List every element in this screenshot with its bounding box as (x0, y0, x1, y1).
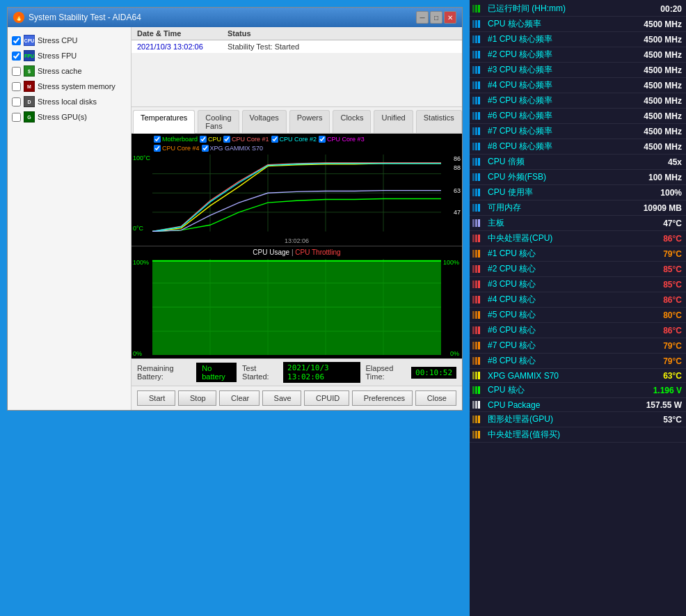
started-value: 2021/10/3 13:02:06 (283, 362, 360, 383)
checkbox-legend-cpu[interactable] (200, 136, 207, 143)
elapsed-value: 00:10:52 (411, 367, 456, 379)
battery-value: No battery (196, 363, 237, 382)
legend-core4[interactable]: CPU Core #4 (154, 145, 200, 152)
checkbox-legend-motherboard[interactable] (154, 136, 161, 143)
close-window-button[interactable]: ✕ (444, 11, 456, 24)
cpuid-button[interactable]: CPUID (304, 390, 349, 406)
window-body: CPU Stress CPU FPU Stress FPU $ Stress c… (8, 27, 462, 410)
clear-button[interactable]: Clear (219, 390, 260, 406)
stat-row-icon (472, 281, 485, 289)
log-header: Date & Time Status (131, 27, 462, 40)
legend-label-motherboard: Motherboard (162, 136, 198, 143)
legend-core1[interactable]: CPU Core #1 (223, 136, 269, 143)
legend-motherboard[interactable]: Motherboard (154, 136, 198, 143)
minimize-button[interactable]: ─ (416, 11, 429, 24)
stat-row: CPU 核心频率4500 MHz (470, 17, 686, 32)
stat-row-label: CPU 外频(FSB) (488, 171, 619, 183)
usage-y-top-left: 100% (133, 259, 149, 266)
stat-row-icon (472, 112, 485, 120)
stat-row-value: 86°C (619, 326, 682, 335)
checkbox-stress-memory[interactable] (12, 82, 21, 91)
tab-cooling-fans[interactable]: Cooling Fans (198, 110, 239, 133)
checkbox-stress-fpu[interactable] (12, 52, 21, 61)
stat-row-icon (472, 20, 485, 29)
sidebar-item-stress-gpu[interactable]: G Stress GPU(s) (10, 109, 128, 125)
stat-row-value: 4500 MHz (619, 81, 682, 90)
stat-row-value: 4500 MHz (619, 111, 682, 121)
checkbox-stress-cache[interactable] (12, 67, 21, 76)
stat-row-label: #1 CPU 核心 (488, 248, 619, 260)
temp-val-47: 47 (454, 208, 461, 217)
tab-unified[interactable]: Unified (374, 110, 413, 133)
stat-row: CPU Package157.55 W (470, 398, 686, 412)
log-row-datetime: 2021/10/3 13:02:06 (137, 42, 228, 51)
usage-svg (152, 259, 441, 356)
close-button[interactable]: Close (415, 390, 456, 406)
main-window: 🔥 System Stability Test - AIDA64 ─ □ ✕ C… (7, 7, 463, 411)
stat-row-label: CPU Package (488, 400, 619, 410)
start-button[interactable]: Start (137, 390, 175, 406)
stat-row-label: 可用内存 (488, 202, 619, 214)
stat-row-icon (472, 416, 485, 424)
stat-row-icon (472, 401, 485, 409)
legend-label-cpu: CPU (208, 136, 221, 143)
log-header-status: Status (228, 29, 456, 38)
stat-row-value: 86°C (619, 234, 682, 244)
legend-core2[interactable]: CPU Core #2 (271, 136, 317, 143)
checkbox-legend-core4[interactable] (154, 145, 161, 152)
checkbox-legend-core3[interactable] (319, 136, 326, 143)
graph-container: Motherboard CPU CPU Core #1 CPU Cor (131, 134, 462, 358)
label-stress-cpu: Stress CPU (38, 36, 77, 45)
stat-row: #1 CPU 核心频率4500 MHz (470, 32, 686, 47)
label-stress-memory: Stress system memory (38, 82, 115, 90)
tab-temperatures[interactable]: Temperatures (133, 110, 195, 134)
stat-row-value: 80°C (619, 310, 682, 320)
sidebar-item-stress-cache[interactable]: $ Stress cache (10, 63, 128, 79)
stat-row: #4 CPU 核心频率4500 MHz (470, 78, 686, 93)
checkbox-legend-core1[interactable] (223, 136, 230, 143)
stat-row: 已运行时间 (HH:mm)00:20 (470, 1, 686, 17)
icon-stress-memory: M (24, 81, 35, 92)
icon-stress-gpu: G (24, 111, 35, 123)
stat-row-label: CPU 核心频率 (488, 18, 619, 30)
legend-cpu[interactable]: CPU (200, 136, 221, 143)
icon-stress-cache: $ (24, 65, 35, 77)
throttling-title: CPU Throttling (294, 248, 341, 256)
save-button[interactable]: Save (262, 390, 301, 406)
stat-row-label: #2 CPU 核心 (488, 263, 619, 275)
legend-label-core1: CPU Core #1 (232, 136, 269, 143)
stat-row-label: #7 CPU 核心 (488, 340, 619, 352)
stat-row-value: 00:20 (619, 4, 682, 14)
checkbox-legend-core2[interactable] (271, 136, 278, 143)
usage-y-bot-right: 0% (450, 350, 459, 357)
sidebar-item-stress-cpu[interactable]: CPU Stress CPU (10, 33, 128, 48)
stop-button[interactable]: Stop (178, 390, 216, 406)
tab-statistics[interactable]: Statistics (416, 110, 462, 133)
checkbox-stress-cpu[interactable] (12, 36, 21, 45)
stat-row: 中央处理器(CPU)86°C (470, 231, 686, 246)
checkbox-stress-gpu[interactable] (12, 113, 21, 122)
stat-row-value: 4500 MHz (619, 96, 682, 106)
stat-row: CPU 倍频45x (470, 155, 686, 170)
stat-row: #6 CPU 核心频率4500 MHz (470, 109, 686, 124)
sidebar-item-stress-memory[interactable]: M Stress system memory (10, 79, 128, 94)
title-bar-left: 🔥 System Stability Test - AIDA64 (13, 12, 141, 23)
label-stress-local: Stress local disks (38, 97, 97, 106)
tab-clocks[interactable]: Clocks (333, 110, 371, 133)
maximize-button[interactable]: □ (430, 11, 442, 24)
stat-row-icon (472, 357, 485, 365)
tab-powers[interactable]: Powers (289, 110, 330, 133)
sidebar-item-stress-fpu[interactable]: FPU Stress FPU (10, 48, 128, 63)
stat-row-label: #5 CPU 核心 (488, 309, 619, 321)
tab-voltages[interactable]: Voltages (242, 110, 287, 133)
stat-row-label: #3 CPU 核心频率 (488, 64, 619, 76)
legend-core3[interactable]: CPU Core #3 (319, 136, 365, 143)
stat-row-icon (472, 296, 485, 304)
stat-row-label: #6 CPU 核心 (488, 324, 619, 336)
stat-row-label: #7 CPU 核心频率 (488, 125, 619, 137)
checkbox-legend-xpg[interactable] (202, 145, 209, 152)
legend-xpg[interactable]: XPG GAMMIX S70 (202, 145, 264, 152)
preferences-button[interactable]: Preferences (352, 390, 413, 406)
checkbox-stress-local[interactable] (12, 97, 21, 106)
sidebar-item-stress-local[interactable]: D Stress local disks (10, 94, 128, 109)
